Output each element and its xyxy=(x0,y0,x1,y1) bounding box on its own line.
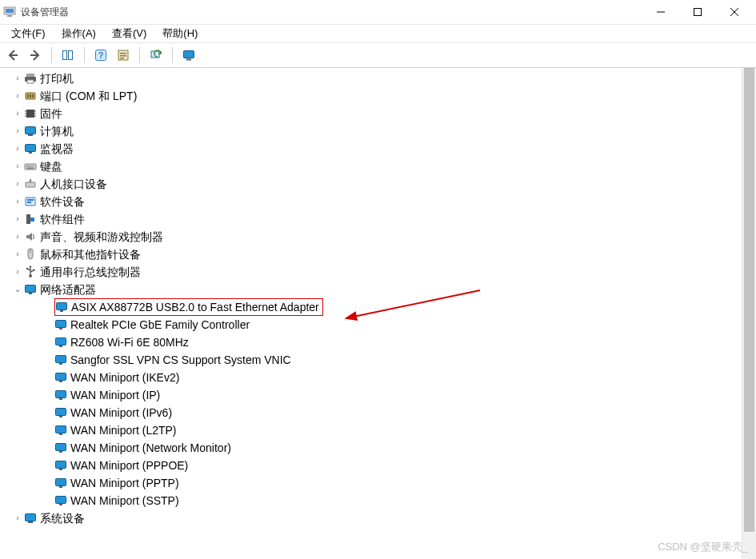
toolbar-monitor-button[interactable] xyxy=(179,46,198,65)
svg-rect-38 xyxy=(27,168,34,170)
expand-toggle-icon[interactable]: › xyxy=(11,160,24,173)
device-row[interactable]: WAN Miniport (PPTP) xyxy=(2,474,742,492)
device-row[interactable]: WAN Miniport (IPv6) xyxy=(2,404,742,421)
collapse-toggle-icon[interactable]: ⌄ xyxy=(11,283,24,296)
device-tree[interactable]: ›打印机›端口 (COM 和 LPT)›固件›计算机›监视器›键盘›人机接口设备… xyxy=(0,68,742,559)
svg-rect-71 xyxy=(56,461,66,469)
system-icon xyxy=(24,512,37,525)
category-row[interactable]: ›监视器 xyxy=(2,140,742,158)
minimize-button[interactable] xyxy=(642,0,679,24)
network-adapter-icon xyxy=(54,477,67,489)
category-row[interactable]: ›固件 xyxy=(2,105,742,122)
title-bar: 设备管理器 xyxy=(0,0,756,25)
expand-toggle-icon[interactable]: › xyxy=(11,72,24,85)
expand-toggle-icon[interactable]: › xyxy=(11,213,24,226)
menu-file[interactable]: 文件(F) xyxy=(3,25,54,42)
svg-rect-70 xyxy=(59,451,62,453)
device-label: Sangfor SSL VPN CS Support System VNIC xyxy=(70,351,291,369)
app-icon xyxy=(3,6,16,18)
device-row[interactable]: WAN Miniport (Network Monitor) xyxy=(2,439,742,457)
category-row[interactable]: ›键盘 xyxy=(2,158,742,175)
category-label: 声音、视频和游戏控制器 xyxy=(40,228,163,246)
expand-toggle-icon[interactable]: › xyxy=(11,107,24,120)
keyboard-icon xyxy=(24,160,37,173)
category-row[interactable]: ›人机接口设备 xyxy=(2,175,742,193)
svg-rect-19 xyxy=(27,94,29,98)
device-row[interactable]: ASIX AX88772B USB2.0 to Fast Ethernet Ad… xyxy=(2,298,742,316)
svg-rect-74 xyxy=(59,486,62,488)
svg-rect-60 xyxy=(59,363,62,365)
device-row[interactable]: Sangfor SSL VPN CS Support System VNIC xyxy=(2,351,742,369)
device-row[interactable]: WAN Miniport (PPPOE) xyxy=(2,457,742,474)
svg-rect-34 xyxy=(26,166,28,167)
maximize-button[interactable] xyxy=(679,0,716,24)
device-label: RZ608 Wi-Fi 6E 80MHz xyxy=(70,333,189,351)
category-row[interactable]: ›声音、视频和游戏控制器 xyxy=(2,228,742,246)
expand-toggle-icon[interactable]: › xyxy=(11,248,24,261)
svg-rect-59 xyxy=(56,356,66,363)
sound-icon xyxy=(24,230,37,243)
menu-view[interactable]: 查看(V) xyxy=(104,25,154,42)
device-row[interactable]: WAN Miniport (IKEv2) xyxy=(2,369,742,386)
category-row[interactable]: ›鼠标和其他指针设备 xyxy=(2,246,742,263)
expand-toggle-icon[interactable]: › xyxy=(11,125,24,138)
svg-rect-22 xyxy=(26,110,34,118)
svg-rect-61 xyxy=(56,373,66,381)
network-adapter-icon xyxy=(54,353,67,366)
category-row[interactable]: ⌄网络适配器 xyxy=(2,281,742,298)
device-row[interactable]: WAN Miniport (SSTP) xyxy=(2,492,742,509)
category-row[interactable]: ›打印机 xyxy=(2,70,742,87)
category-label: 软件设备 xyxy=(40,193,85,210)
svg-rect-15 xyxy=(26,74,34,77)
expand-toggle-icon[interactable]: › xyxy=(11,142,24,155)
category-row[interactable]: ›软件设备 xyxy=(2,193,742,210)
window-title: 设备管理器 xyxy=(21,6,642,19)
expand-toggle-icon[interactable]: › xyxy=(11,512,24,525)
category-row[interactable]: ›通用串行总线控制器 xyxy=(2,263,742,281)
category-row[interactable]: ›端口 (COM 和 LPT) xyxy=(2,87,742,105)
toolbar-forward-button[interactable] xyxy=(26,46,45,65)
window-controls xyxy=(642,0,753,24)
firmware-icon xyxy=(24,107,37,120)
svg-rect-31 xyxy=(26,145,36,152)
expand-toggle-icon[interactable]: › xyxy=(11,178,24,190)
menu-action[interactable]: 操作(A) xyxy=(54,25,104,42)
category-label: 软件组件 xyxy=(40,210,85,228)
toolbar-properties-button[interactable] xyxy=(114,46,133,65)
category-row[interactable]: ›计算机 xyxy=(2,122,742,140)
svg-rect-21 xyxy=(32,94,34,98)
svg-rect-13 xyxy=(184,51,194,58)
svg-rect-44 xyxy=(26,214,30,224)
network-adapter-icon xyxy=(54,424,67,437)
svg-rect-3 xyxy=(694,9,702,16)
toolbar-back-button[interactable] xyxy=(3,46,22,65)
svg-rect-78 xyxy=(28,521,33,523)
usb-icon xyxy=(24,266,37,278)
category-label: 打印机 xyxy=(40,70,74,87)
svg-rect-72 xyxy=(59,469,62,470)
vertical-scrollbar[interactable] xyxy=(742,68,756,559)
device-row[interactable]: Realtek PCIe GbE Family Controller xyxy=(2,316,742,333)
category-row[interactable]: ›系统设备 xyxy=(2,509,742,527)
toolbar-help-button[interactable]: ? xyxy=(91,46,110,65)
expand-toggle-icon[interactable]: › xyxy=(11,90,24,102)
close-button[interactable] xyxy=(716,0,753,24)
printer-icon xyxy=(24,72,37,85)
toolbar-details-button[interactable] xyxy=(58,46,78,65)
expand-toggle-icon[interactable]: › xyxy=(11,230,24,243)
svg-rect-65 xyxy=(56,409,66,416)
svg-rect-30 xyxy=(28,134,33,136)
menu-help[interactable]: 帮助(H) xyxy=(154,25,206,42)
expand-toggle-icon[interactable]: › xyxy=(11,266,24,278)
device-row[interactable]: WAN Miniport (IP) xyxy=(2,386,742,404)
svg-rect-10 xyxy=(120,55,126,57)
expand-toggle-icon[interactable]: › xyxy=(11,195,24,208)
svg-rect-56 xyxy=(59,328,62,329)
category-row[interactable]: ›软件组件 xyxy=(2,210,742,228)
toolbar-scan-button[interactable] xyxy=(146,46,166,65)
device-row[interactable]: WAN Miniport (L2TP) xyxy=(2,421,742,439)
svg-rect-39 xyxy=(26,182,35,187)
device-row[interactable]: RZ608 Wi-Fi 6E 80MHz xyxy=(2,333,742,351)
scrollbar-thumb[interactable] xyxy=(744,68,754,532)
svg-rect-4 xyxy=(63,51,67,60)
